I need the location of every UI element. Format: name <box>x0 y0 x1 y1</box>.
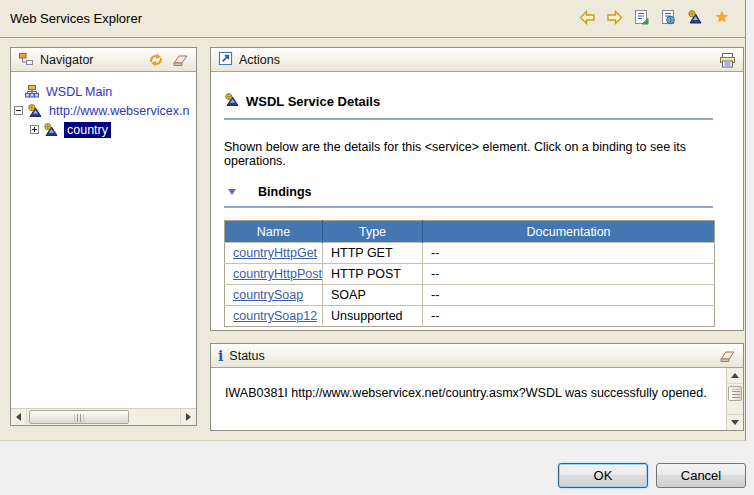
scrollbar-thumb[interactable] <box>728 386 742 401</box>
tree-item-label: http://www.webservicex.n <box>49 104 189 118</box>
binding-link[interactable]: countryHttpPost <box>233 267 322 281</box>
bindings-section-header: Bindings <box>224 185 713 199</box>
scroll-right-arrow[interactable] <box>180 409 196 425</box>
description-text: Shown below are the details for this <se… <box>224 140 713 168</box>
actions-icon <box>218 51 233 69</box>
wsdl-document-icon <box>27 103 44 119</box>
binding-type: HTTP GET <box>323 243 423 264</box>
binding-type: Unsupported <box>323 306 423 327</box>
wsdl-service-icon <box>224 92 240 111</box>
binding-documentation: -- <box>423 306 715 327</box>
actions-body: WSDL Service Details Shown below are the… <box>211 72 743 330</box>
uddi-page-icon[interactable] <box>686 8 704 26</box>
status-panel: i Status IWAB0381I http://www.webservice… <box>210 343 744 431</box>
column-header-type: Type <box>323 221 423 243</box>
back-icon[interactable] <box>578 8 596 26</box>
binding-link[interactable]: countrySoap12 <box>233 309 317 323</box>
clear-icon[interactable] <box>171 51 189 69</box>
page-title: Web Services Explorer <box>10 11 142 26</box>
wsdl-main-icon <box>24 84 41 100</box>
binding-type: HTTP POST <box>323 264 423 285</box>
status-message: IWAB0381I http://www.webservicex.net/cou… <box>211 368 743 400</box>
actions-header: Actions <box>211 48 743 72</box>
status-title: Status <box>229 349 264 363</box>
clear-icon[interactable] <box>718 347 736 365</box>
binding-documentation: -- <box>423 285 715 306</box>
column-header-name: Name <box>225 221 323 243</box>
collapse-triangle-icon[interactable] <box>228 189 236 195</box>
navigator-icon <box>18 51 34 69</box>
navigator-horizontal-scrollbar[interactable] <box>11 408 196 425</box>
collapse-expander[interactable] <box>14 106 23 115</box>
scroll-up-arrow[interactable] <box>727 368 743 384</box>
web-services-explorer-window: Web Services Explorer ★ <box>0 0 746 441</box>
status-header: i Status <box>211 344 743 368</box>
table-header-row: Name Type Documentation <box>225 221 715 243</box>
navigator-panel: Navigator WSDL Main <box>10 47 197 426</box>
cancel-button[interactable]: Cancel <box>656 463 746 488</box>
table-row: countryHttpGet HTTP GET -- <box>225 243 715 264</box>
status-body: IWAB0381I http://www.webservicex.net/cou… <box>211 368 743 430</box>
expand-expander[interactable] <box>30 125 39 134</box>
table-row: countrySoap SOAP -- <box>225 285 715 306</box>
tree-item-wsdl-main[interactable]: WSDL Main <box>11 82 196 101</box>
service-details-heading: WSDL Service Details <box>224 92 713 111</box>
binding-documentation: -- <box>423 264 715 285</box>
heading-text: WSDL Service Details <box>246 94 380 109</box>
tree-item-country[interactable]: country <box>11 120 196 139</box>
print-icon[interactable] <box>718 51 736 69</box>
actions-panel: Actions WSDL Service Details Shown below… <box>210 47 744 331</box>
ok-button[interactable]: OK <box>558 463 648 488</box>
tree-item-wsdl-url[interactable]: http://www.webservicex.n <box>11 101 196 120</box>
favorites-icon[interactable]: ★ <box>713 8 731 26</box>
actions-title: Actions <box>239 53 280 67</box>
forward-icon[interactable] <box>605 8 623 26</box>
wsil-page-icon[interactable] <box>632 8 650 26</box>
navigator-tree: WSDL Main http://www.webservicex.n count… <box>11 72 196 408</box>
scroll-left-arrow[interactable] <box>11 409 27 425</box>
wsdl-page-icon[interactable] <box>659 8 677 26</box>
sync-icon[interactable] <box>147 51 165 69</box>
wsdl-service-icon <box>43 122 60 138</box>
scroll-down-arrow[interactable] <box>727 414 743 430</box>
binding-type: SOAP <box>323 285 423 306</box>
table-row: countryHttpPost HTTP POST -- <box>225 264 715 285</box>
tree-item-label-selected: country <box>64 122 111 138</box>
info-icon: i <box>218 349 223 363</box>
navigator-header: Navigator <box>11 48 196 72</box>
bindings-table: Name Type Documentation countryHttpGet H… <box>224 220 715 327</box>
status-vertical-scrollbar[interactable] <box>726 368 743 430</box>
bindings-title: Bindings <box>258 185 311 199</box>
tree-item-label: WSDL Main <box>46 85 112 99</box>
toolbar: ★ <box>578 8 731 26</box>
divider <box>224 118 713 120</box>
navigator-title: Navigator <box>40 53 94 67</box>
binding-documentation: -- <box>423 243 715 264</box>
scrollbar-thumb[interactable] <box>29 410 129 424</box>
column-header-documentation: Documentation <box>423 221 715 243</box>
divider <box>224 206 713 208</box>
binding-link[interactable]: countryHttpGet <box>233 246 317 260</box>
binding-link[interactable]: countrySoap <box>233 288 303 302</box>
table-row: countrySoap12 Unsupported -- <box>225 306 715 327</box>
title-bar: Web Services Explorer ★ <box>0 0 745 38</box>
